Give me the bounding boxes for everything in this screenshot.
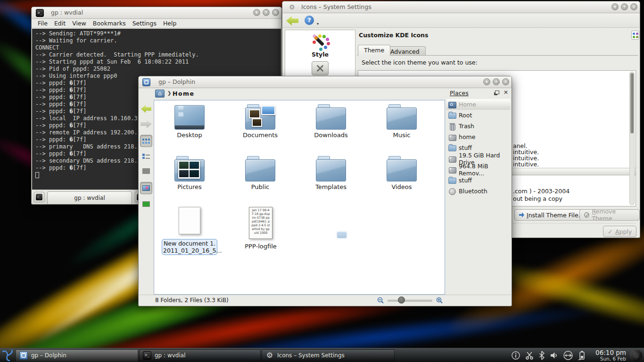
- minimize-button[interactable]: ▾: [483, 78, 490, 85]
- columns-view-button[interactable]: [140, 165, 152, 177]
- places-item[interactable]: 964.8 MiB Remov...: [446, 164, 511, 175]
- drag-ghost-artifact: [337, 232, 347, 238]
- folder-item[interactable]: Documents: [225, 104, 296, 156]
- split-view-button[interactable]: [140, 198, 152, 210]
- settings-titlebar[interactable]: ⚙ Icons – System Settings ▾ • ×: [282, 1, 640, 13]
- file-item-new-document[interactable]: New document 1. 2011_01_20_16_5...: [161, 207, 218, 255]
- help-button[interactable]: ? ▾: [305, 16, 319, 26]
- usb-device-icon[interactable]: [563, 350, 573, 361]
- zoom-in-icon[interactable]: [436, 297, 443, 306]
- details-view-button[interactable]: [140, 150, 152, 162]
- task-label: gp – Dolphin: [31, 352, 66, 359]
- menu-item[interactable]: Edit: [51, 20, 69, 27]
- float-panel-icon[interactable]: [495, 90, 499, 94]
- places-item[interactable]: Trash: [446, 121, 511, 132]
- folder-item[interactable]: Desktop: [154, 104, 225, 156]
- menu-item[interactable]: View: [69, 20, 90, 27]
- breadcrumb-home[interactable]: Home: [173, 90, 195, 97]
- panel-toolbox-cashew-icon[interactable]: [630, 349, 642, 362]
- info-icon[interactable]: [511, 351, 520, 360]
- menu-item[interactable]: Help: [160, 20, 180, 27]
- places-item[interactable]: stuff: [446, 175, 511, 186]
- zoom-slider-track[interactable]: [388, 300, 432, 302]
- app-launcher-button[interactable]: [0, 349, 15, 362]
- dolphin-titlebar[interactable]: gp – Dolphin ▾ • ×: [139, 76, 512, 88]
- menu-item[interactable]: File: [34, 20, 51, 27]
- checkmark-icon: ✓: [608, 228, 613, 235]
- zoom-out-icon[interactable]: [377, 297, 384, 306]
- terminal-titlebar[interactable]: >_ gp : wvdial ▾ • ×: [32, 7, 281, 19]
- install-theme-button[interactable]: Install Theme File...: [514, 209, 589, 221]
- forward-button[interactable]: [140, 118, 152, 130]
- place-label: Root: [459, 112, 472, 119]
- theme-description-text: .com ) - 2003-2004: [513, 188, 570, 195]
- task-label: gp : wvdial: [155, 352, 185, 359]
- scrollbar-thumb[interactable]: [630, 73, 634, 133]
- folder-icon: [174, 104, 205, 130]
- folder-label: Desktop: [154, 132, 225, 139]
- close-button[interactable]: ×: [272, 9, 279, 16]
- icons-view-icon: [142, 138, 150, 144]
- menu-item[interactable]: Settings: [129, 20, 160, 27]
- terminal-line: CONNECT: [35, 44, 281, 51]
- preview-button[interactable]: [140, 182, 152, 194]
- folder-item[interactable]: Music: [366, 104, 437, 156]
- battery-icon[interactable]: [578, 350, 586, 361]
- place-icon: [448, 101, 456, 108]
- apply-button[interactable]: ✓ Apply: [603, 226, 636, 237]
- home-folder-icon[interactable]: ⌂: [155, 90, 165, 98]
- maximize-button[interactable]: •: [621, 3, 628, 10]
- places-item[interactable]: home: [446, 132, 511, 142]
- volume-icon[interactable]: [549, 351, 559, 360]
- dolphin-window-title: gp – Dolphin: [158, 78, 195, 85]
- new-tab-button[interactable]: >_: [34, 192, 44, 202]
- close-button[interactable]: ×: [630, 3, 637, 10]
- bluetooth-icon[interactable]: [538, 351, 545, 360]
- folder-item[interactable]: Templates: [296, 156, 366, 208]
- task-button-wvdial[interactable]: >_ gp : wvdial: [139, 349, 261, 362]
- back-button[interactable]: [140, 103, 152, 115]
- install-icon: [519, 213, 524, 218]
- task-button-dolphin[interactable]: gp – Dolphin: [16, 349, 138, 362]
- place-label: stuff: [459, 144, 472, 151]
- folder-item[interactable]: Public: [225, 156, 296, 208]
- file-item-ppp-logfile[interactable]: Jan 17 09:4 7:18 gp-Asp ire-5738 pp pd[1…: [232, 207, 289, 250]
- sidebar-item-tools-icon[interactable]: [312, 61, 329, 75]
- minimize-button[interactable]: ▾: [253, 9, 260, 16]
- folder-grid: Desktop Documents Downloads Musi: [154, 104, 437, 208]
- icons-view-button[interactable]: [140, 135, 152, 147]
- tab-advanced[interactable]: Advanced: [384, 46, 426, 56]
- folder-item[interactable]: Downloads: [296, 104, 366, 156]
- places-item[interactable]: Bluetooth: [446, 186, 511, 197]
- settings-window-title: Icons – System Settings: [301, 3, 372, 10]
- sidebar-item-style[interactable]: Style: [286, 31, 355, 60]
- task-button-system-settings[interactable]: ⚙ Icons – System Settings: [262, 349, 395, 362]
- menu-item[interactable]: Bookmarks: [90, 20, 129, 27]
- maximize-button[interactable]: •: [263, 9, 270, 16]
- close-button[interactable]: ×: [502, 78, 509, 85]
- remove-theme-button[interactable]: Remove Theme: [579, 209, 640, 221]
- places-item[interactable]: Home: [446, 99, 511, 110]
- clock[interactable]: 06:10 pm Sun, 6 Feb: [590, 349, 626, 362]
- place-icon: [448, 133, 456, 141]
- close-panel-icon[interactable]: ✕: [504, 89, 508, 96]
- place-label: Trash: [459, 123, 474, 130]
- terminal-tab[interactable]: gp : wvdial: [47, 191, 132, 204]
- back-button[interactable]: [286, 16, 298, 25]
- klipper-scissors-icon[interactable]: [525, 351, 534, 360]
- tab-theme[interactable]: Theme: [358, 45, 390, 56]
- text-preview-icon: Jan 17 09:4 7:18 gp-Asp ire-5738 pp pd[1…: [249, 207, 272, 239]
- folder-view[interactable]: Desktop Documents Downloads Musi: [154, 100, 445, 295]
- minimize-button[interactable]: ▾: [611, 3, 619, 10]
- places-item[interactable]: Root: [446, 110, 511, 121]
- folder-item[interactable]: Videos: [366, 156, 437, 208]
- folder-item[interactable]: Pictures: [154, 156, 225, 208]
- gear-icon: ⚙: [265, 351, 274, 360]
- places-panel-title: Places: [450, 90, 469, 97]
- scrollbar[interactable]: [629, 72, 635, 205]
- zoom-slider-handle[interactable]: [398, 296, 405, 304]
- dolphin-statusbar: 8 Folders, 2 Files (3.3 KiB): [139, 295, 511, 305]
- maximize-button[interactable]: •: [493, 78, 500, 85]
- place-icon: [448, 112, 456, 119]
- place-label: 964.8 MiB Remov...: [459, 163, 511, 177]
